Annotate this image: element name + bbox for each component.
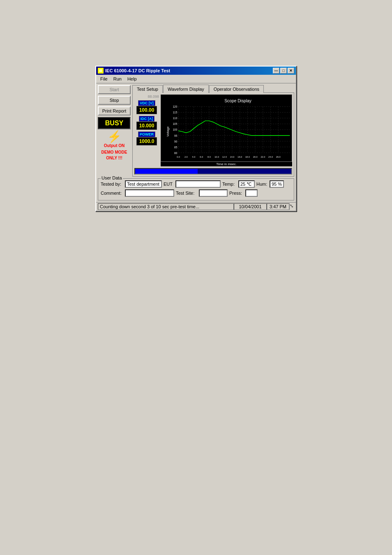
svg-text:120: 120 <box>173 105 177 108</box>
lightning-container: ⚡ Output ON <box>98 131 131 148</box>
svg-text:Voltage: Voltage <box>166 127 170 137</box>
svg-text:85: 85 <box>174 146 178 149</box>
menu-help[interactable]: Help <box>125 76 139 82</box>
power-value: 1000.0 <box>136 137 157 145</box>
minimize-button[interactable]: — <box>273 68 279 74</box>
svg-text:12.0: 12.0 <box>222 156 227 158</box>
menu-file[interactable]: File <box>98 76 110 82</box>
hum-label: Hum: <box>256 182 268 187</box>
temp-label: Temp: <box>222 182 237 187</box>
svg-text:10.0: 10.0 <box>214 156 219 158</box>
svg-text:90: 90 <box>174 140 178 143</box>
comment-label: Comment: <box>101 191 123 196</box>
power-label: POWER <box>138 131 155 137</box>
menu-bar: File Run Help <box>96 75 296 83</box>
vdc-measurement: VDC [V] 100.00 <box>134 100 159 114</box>
svg-text:115: 115 <box>173 111 177 114</box>
tested-by-label: Tested by: <box>101 182 123 187</box>
progress-bar-fill <box>135 169 198 174</box>
eut-label: EUT <box>164 182 174 187</box>
user-data-legend: User Data <box>101 175 123 180</box>
svg-text:6.0: 6.0 <box>200 156 203 158</box>
tested-by-input[interactable] <box>125 180 162 188</box>
temp-input[interactable] <box>238 180 255 188</box>
restore-button[interactable]: □ <box>280 68 287 74</box>
comment-input[interactable] <box>125 189 174 197</box>
svg-text:16.0: 16.0 <box>238 156 242 158</box>
main-content: Start Stop Print Report BUSY ⚡ Output ON… <box>96 83 296 178</box>
svg-text:2.0: 2.0 <box>184 156 188 158</box>
scope-svg: Scope Display Voltage <box>161 95 292 161</box>
idc-measurement: IDC [A] 10.000 <box>134 116 159 130</box>
print-report-button[interactable]: Print Report <box>98 106 131 115</box>
svg-text:100: 100 <box>173 128 177 131</box>
test-site-input[interactable] <box>199 189 228 197</box>
status-message: Counting down second 3 of 10 sec pre-tes… <box>98 203 234 210</box>
status-date: 10/04/2001 <box>234 203 267 210</box>
svg-text:18.0: 18.0 <box>245 156 250 158</box>
form-row-comment: Comment: Test Site: Press: <box>101 189 291 197</box>
demo-mode-label: DEMO MODE ONLY !!! <box>98 150 131 161</box>
x-axis-label: Time in msec. <box>161 162 292 166</box>
lightning-icon: ⚡ <box>107 131 122 143</box>
press-label: Press: <box>229 191 244 196</box>
measurements-column: 88.098 VDC [V] 100.00 IDC [A] 10.000 POW… <box>134 94 159 166</box>
title-bar: ⊞ IEC 61000-4-17 DC Ripple Test — □ ✕ <box>96 67 296 75</box>
right-panel: Test Setup Waveform Display Operator Obs… <box>132 85 294 177</box>
start-button[interactable]: Start <box>98 85 131 94</box>
press-input[interactable] <box>245 189 258 197</box>
measurements-scope-row: 88.098 VDC [V] 100.00 IDC [A] 10.000 POW… <box>134 94 292 166</box>
svg-text:80: 80 <box>174 152 178 154</box>
svg-text:8.0: 8.0 <box>208 156 211 158</box>
svg-text:Scope Display: Scope Display <box>224 99 251 103</box>
svg-text:20.0: 20.0 <box>253 156 258 158</box>
tabs-container: Test Setup Waveform Display Operator Obs… <box>132 85 294 93</box>
output-on-label: Output ON <box>104 143 125 148</box>
user-data-section: User Data Tested by: EUT Temp: Hum: Comm… <box>98 178 294 200</box>
vdc-label: VDC [V] <box>138 100 155 106</box>
scope-display: Scope Display Voltage <box>161 94 292 162</box>
left-panel: Start Stop Print Report BUSY ⚡ Output ON… <box>98 85 131 177</box>
scope-header-value: 88.098 <box>134 94 159 99</box>
tab-operator-observations[interactable]: Operator Observations <box>209 85 264 93</box>
vdc-value: 100.00 <box>136 106 157 114</box>
busy-indicator: BUSY <box>98 117 131 129</box>
status-bar: Counting down second 3 of 10 sec pre-tes… <box>96 202 296 211</box>
svg-text:24.0: 24.0 <box>268 156 273 158</box>
svg-text:22.0: 22.0 <box>261 156 265 158</box>
svg-text:110: 110 <box>173 117 177 120</box>
hum-input[interactable] <box>270 180 284 188</box>
app-icon: ⊞ <box>98 68 104 74</box>
tab-test-setup[interactable]: Test Setup <box>132 85 163 93</box>
eut-input[interactable] <box>175 180 221 188</box>
test-site-label: Test Site: <box>176 191 197 196</box>
svg-text:26.0: 26.0 <box>276 156 281 158</box>
resize-grip[interactable]: ⤡ <box>289 203 294 210</box>
svg-text:4.0: 4.0 <box>192 156 196 158</box>
stop-button[interactable]: Stop <box>98 96 131 105</box>
close-button[interactable]: ✕ <box>288 68 294 74</box>
main-window: ⊞ IEC 61000-4-17 DC Ripple Test — □ ✕ Fi… <box>95 66 297 212</box>
menu-run[interactable]: Run <box>111 76 124 82</box>
progress-bar <box>134 168 292 175</box>
title-bar-left: ⊞ IEC 61000-4-17 DC Ripple Test <box>98 68 170 74</box>
title-bar-buttons: — □ ✕ <box>273 68 294 74</box>
window-title: IEC 61000-4-17 DC Ripple Test <box>105 68 170 73</box>
idc-label: IDC [A] <box>139 116 155 122</box>
power-measurement: POWER 1000.0 <box>134 131 159 145</box>
form-row-tested-by: Tested by: EUT Temp: Hum: <box>101 180 291 188</box>
svg-text:105: 105 <box>173 122 177 125</box>
scope-display-container: Scope Display Voltage <box>161 94 292 166</box>
tab-waveform-display[interactable]: Waveform Display <box>163 85 209 93</box>
svg-text:14.0: 14.0 <box>230 156 235 158</box>
idc-value: 10.000 <box>136 122 157 130</box>
status-time: 3:47 PM <box>267 203 289 210</box>
tab-content: 88.098 VDC [V] 100.00 IDC [A] 10.000 POW… <box>132 92 294 177</box>
svg-text:95: 95 <box>174 134 178 137</box>
svg-text:0.0: 0.0 <box>177 156 180 158</box>
